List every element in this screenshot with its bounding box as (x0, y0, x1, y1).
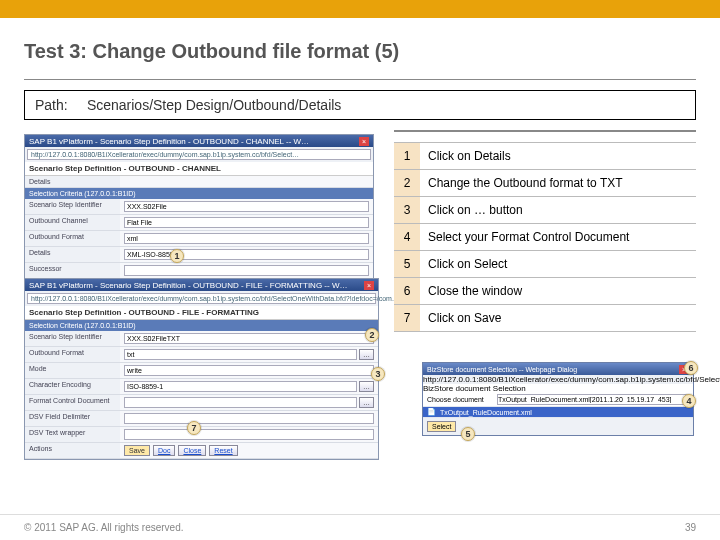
callout-3: 3 (371, 367, 385, 381)
bizstore-dialog: BizStore document Selection -- Webpage D… (422, 362, 694, 436)
step-desc: Click on Details (420, 143, 696, 170)
table-row: 2Change the Outbound format to TXT (394, 170, 696, 197)
file-icon: 📄 (427, 408, 436, 416)
copyright: © 2011 SAP AG. All rights reserved. (24, 522, 184, 533)
charset-field[interactable] (124, 381, 357, 392)
win1-row-label: Outbound Format (25, 231, 120, 246)
callout-2: 2 (365, 328, 379, 342)
step-desc: Select your Format Control Document (420, 224, 696, 251)
win2-titlebar: SAP B1 vPlatform - Scenario Step Definit… (25, 279, 378, 291)
path-value: Scenarios/Step Design/Outbound/Details (87, 97, 341, 113)
win1-section-header: Selection Criteria (127.0.0.1:B1ID) (25, 188, 373, 199)
outbound-format-field[interactable] (124, 349, 357, 360)
win2-title: SAP B1 vPlatform - Scenario Step Definit… (29, 281, 347, 290)
close-icon[interactable]: × (359, 137, 369, 146)
doc-item-name: TxOutput_RuleDocument.xml (440, 409, 532, 416)
table-row: 4Select your Format Control Document (394, 224, 696, 251)
win1-row-label: Outbound Channel (25, 215, 120, 230)
step-num: 2 (394, 170, 420, 197)
scenario-step-id-field[interactable] (124, 333, 374, 344)
save-button[interactable]: Save (124, 445, 150, 456)
divider (24, 79, 696, 80)
win2-row-label: Character Encoding (25, 379, 120, 394)
step-num: 6 (394, 278, 420, 305)
reset-button[interactable]: Reset (209, 445, 237, 456)
dialog-title: BizStore document Selection -- Webpage D… (427, 366, 577, 373)
step-desc: Click on … button (420, 197, 696, 224)
win2-row-label: Mode (25, 363, 120, 378)
step-num: 3 (394, 197, 420, 224)
callout-1: 1 (170, 249, 184, 263)
page-number: 39 (685, 522, 696, 533)
win2-addressbar[interactable]: http://127.0.0.1:8080/B1iXcellerator/exe… (27, 293, 376, 304)
win2-row-label: DSV Field Delimiter (25, 411, 120, 426)
win2-row-label: Outbound Format (25, 347, 120, 362)
steps-table: 1Click on Details 2Change the Outbound f… (394, 142, 696, 332)
outbound-channel-field[interactable] (124, 217, 369, 228)
callout-6: 6 (684, 361, 698, 375)
callout-4: 4 (682, 394, 696, 408)
step-desc: Close the window (420, 278, 696, 305)
page-title: Test 3: Change Outbound file format (5) (0, 18, 720, 73)
select-button[interactable]: Select (427, 421, 456, 432)
dots-button[interactable]: … (359, 381, 374, 392)
choose-doc-label: Choose document (427, 396, 497, 403)
step-desc: Click on Save (420, 305, 696, 332)
dialog-addressbar[interactable]: http://127.0.0.1:8080/B1iXcellerator/exe… (423, 375, 693, 384)
win2-row-label: Scenario Step Identifier (25, 331, 120, 346)
dialog-heading: BizStore document Selection (423, 384, 693, 393)
win1-row-label: Successor (25, 263, 120, 278)
brand-goldbar (0, 0, 720, 18)
mode-field[interactable] (124, 365, 374, 376)
win1-titlebar: SAP B1 vPlatform - Scenario Step Definit… (25, 135, 373, 147)
win2-heading: Scenario Step Definition - OUTBOUND - FI… (25, 306, 378, 320)
win1-row-label: Details (25, 247, 120, 262)
win1-heading: Scenario Step Definition - OUTBOUND - CH… (25, 162, 373, 176)
table-row: 7Click on Save (394, 305, 696, 332)
callout-5: 5 (461, 427, 475, 441)
win2-row-label: DSV Text wrapper (25, 427, 120, 442)
win2-section-header: Selection Criteria (127.0.0.1:B1ID) (25, 320, 378, 331)
win2-actions-label: Actions (25, 443, 120, 458)
successor-field[interactable] (124, 265, 369, 276)
win1-row-label: Scenario Step Identifier (25, 199, 120, 214)
format-control-doc-field[interactable] (124, 397, 357, 408)
dsv-text-wrap-field[interactable] (124, 429, 374, 440)
doc-item-selected[interactable]: 📄 TxOutput_RuleDocument.xml (423, 407, 693, 418)
table-row: 6Close the window (394, 278, 696, 305)
table-row: 3Click on … button (394, 197, 696, 224)
step-desc: Click on Select (420, 251, 696, 278)
footer: © 2011 SAP AG. All rights reserved. 39 (0, 514, 720, 540)
step-desc: Change the Outbound format to TXT (420, 170, 696, 197)
close-button[interactable]: Close (178, 445, 206, 456)
details-field[interactable] (124, 249, 369, 260)
doc-button[interactable]: Doc (153, 445, 175, 456)
dialog-titlebar: BizStore document Selection -- Webpage D… (423, 363, 693, 375)
choose-doc-field[interactable] (497, 394, 689, 405)
callout-7: 7 (187, 421, 201, 435)
close-icon[interactable]: × (364, 281, 374, 290)
steps-top-rule (394, 130, 696, 132)
scenario-step-id-field[interactable] (124, 201, 369, 212)
table-row: 5Click on Select (394, 251, 696, 278)
dots-button[interactable]: … (359, 397, 374, 408)
content-area: SAP B1 vPlatform - Scenario Step Definit… (24, 130, 696, 470)
step-num: 7 (394, 305, 420, 332)
dots-button[interactable]: … (359, 349, 374, 360)
path-label: Path: (35, 97, 83, 113)
outbound-format-field[interactable] (124, 233, 369, 244)
win2-row-label: Format Control Document (25, 395, 120, 410)
path-box: Path: Scenarios/Step Design/Outbound/Det… (24, 90, 696, 120)
choose-doc-row: Choose document (423, 393, 693, 407)
step-num: 1 (394, 143, 420, 170)
window-outbound-formatting: SAP B1 vPlatform - Scenario Step Definit… (24, 278, 379, 460)
table-row: 1Click on Details (394, 143, 696, 170)
step-num: 4 (394, 224, 420, 251)
win1-addressbar[interactable]: http://127.0.0.1:8080/B1iXcellerator/exe… (27, 149, 371, 160)
win1-details-label: Details (25, 176, 120, 187)
step-num: 5 (394, 251, 420, 278)
win1-title: SAP B1 vPlatform - Scenario Step Definit… (29, 137, 309, 146)
dsv-field-delim-field[interactable] (124, 413, 374, 424)
